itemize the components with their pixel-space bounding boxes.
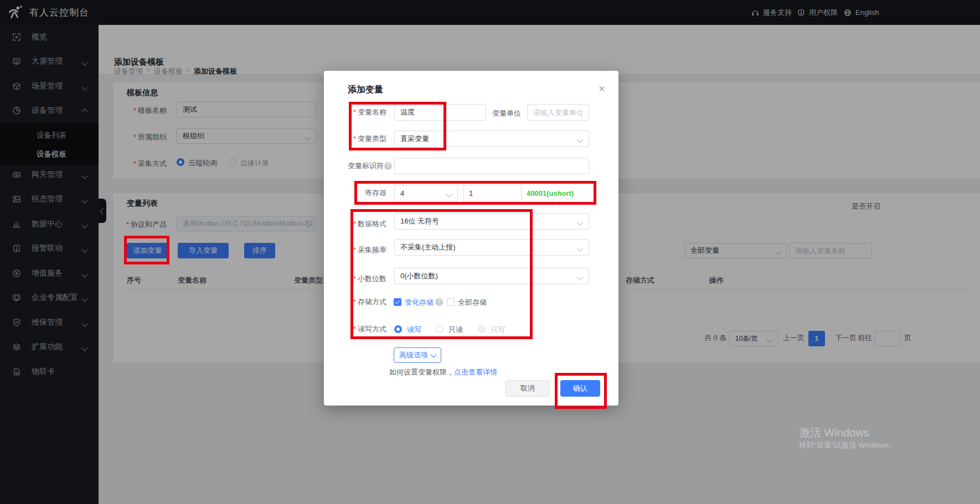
collect-freq-select[interactable]: 不采集(主动上报) xyxy=(394,239,589,256)
var-type-label: 变量类型 xyxy=(358,134,386,143)
var-unit-input[interactable] xyxy=(527,104,589,121)
data-format-label: 数据格式 xyxy=(358,220,386,228)
all-storage-label[interactable]: 全部存储 xyxy=(458,298,487,308)
dialog-title: 添加变量 xyxy=(348,84,383,96)
storage-mode-label: 存储方式 xyxy=(358,298,386,306)
var-name-input[interactable] xyxy=(394,104,486,121)
confirm-button[interactable]: 确认 xyxy=(560,380,600,397)
rw-mode-label: 读写方式 xyxy=(358,325,386,333)
data-format-select[interactable]: 16位 无符号 xyxy=(394,213,589,230)
register-address-input[interactable] xyxy=(463,185,522,201)
collect-freq-label: 采集频率 xyxy=(358,246,386,254)
close-icon[interactable]: × xyxy=(599,83,605,94)
var-type-select[interactable]: 直采变量 xyxy=(394,131,589,147)
radio-read-only[interactable] xyxy=(436,325,443,333)
write-only-label[interactable]: 只写 xyxy=(491,325,505,335)
var-identifier-label: 变量标识符 xyxy=(324,160,384,172)
change-storage-label[interactable]: 变化存储 xyxy=(405,298,434,308)
radio-read-write[interactable] xyxy=(394,325,402,333)
var-unit-label: 变量单位 xyxy=(492,108,521,118)
decimal-select[interactable]: 0(小数位数) xyxy=(394,268,589,284)
permission-help-text: 如何设置变量权限，点击查看详情 xyxy=(389,367,497,377)
checkbox-all-storage[interactable] xyxy=(447,298,455,306)
read-write-label[interactable]: 读写 xyxy=(407,325,421,335)
app-root: { "topbar": { "title": "有人云控制台", "links"… xyxy=(0,0,980,504)
identifier-help-icon[interactable]: ? xyxy=(384,162,392,170)
register-label: 寄存器 xyxy=(324,188,386,199)
view-details-link[interactable]: 点击查看详情 xyxy=(454,368,497,376)
add-variable-dialog: 添加变量 × *变量名称 变量单位 *变量类型 直采变量 变量标识符 ? 寄存器… xyxy=(324,71,618,406)
radio-write-only[interactable] xyxy=(478,325,486,333)
decimal-label: 小数位数 xyxy=(358,274,386,283)
var-identifier-input[interactable] xyxy=(394,158,589,174)
var-name-label: 变量名称 xyxy=(358,108,386,116)
register-address-hint: 40001(ushort) xyxy=(527,189,574,198)
cancel-button[interactable]: 取消 xyxy=(506,380,550,397)
advanced-options-button[interactable]: 高级选项 xyxy=(394,347,441,363)
checkbox-change-storage[interactable] xyxy=(394,298,401,306)
storage-help-icon[interactable]: ? xyxy=(435,298,443,306)
register-type-select[interactable]: 4 xyxy=(394,185,458,201)
read-only-label[interactable]: 只读 xyxy=(448,325,463,335)
